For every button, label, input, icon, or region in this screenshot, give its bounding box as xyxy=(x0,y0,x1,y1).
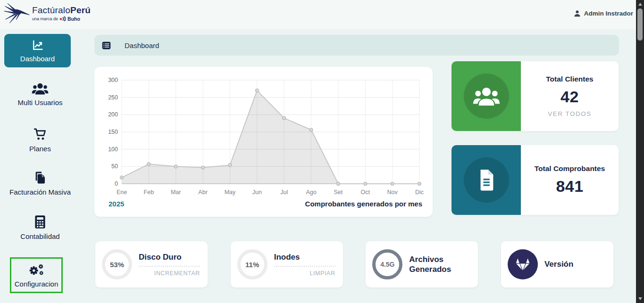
scroll-down-button[interactable] xyxy=(636,295,644,303)
gears-icon xyxy=(28,263,44,277)
scroll-up-button[interactable] xyxy=(636,0,644,8)
svg-text:Oct: Oct xyxy=(361,189,370,196)
user-menu[interactable]: Admin Instrador xyxy=(573,9,633,17)
list-icon xyxy=(101,41,111,50)
brand-tagline: una marca de Buho xyxy=(32,16,91,22)
disco-duro-badge: 53% xyxy=(102,249,132,279)
sidebar-item-label: Dashboard xyxy=(20,55,55,63)
svg-text:Set: Set xyxy=(334,189,343,196)
widget-title: Disco Duro xyxy=(139,252,200,266)
sidebar-item-multi-usuarios[interactable]: Multi Usuarios xyxy=(0,82,80,106)
widgets-row: 53% Disco Duro INCREMENTAR 11% Inodes LI… xyxy=(95,241,613,287)
disco-duro-card: 53% Disco Duro INCREMENTAR xyxy=(95,241,208,287)
sidebar-item-contabilidad[interactable]: Contabilidad xyxy=(0,215,80,240)
document-icon xyxy=(476,168,497,192)
gitlab-fox-icon xyxy=(508,249,538,279)
users-icon xyxy=(32,82,49,95)
archivos-generados-card: 4.5G Archivos Generados xyxy=(366,241,478,287)
svg-text:Feb: Feb xyxy=(144,189,154,196)
chart-card: 050100150200250300EneFebMarAbrMayJunJulA… xyxy=(94,67,433,217)
svg-text:Ene: Ene xyxy=(117,189,127,196)
widget-title: Versión xyxy=(544,259,606,269)
svg-text:Abr: Abr xyxy=(198,189,207,196)
users-icon xyxy=(473,85,500,107)
sidebar-item-facturacion-masiva[interactable]: Facturación Masiva xyxy=(0,171,80,196)
chart-footer: 2025 Comprobantes generados por mes xyxy=(102,200,425,208)
stat-title: Total Clientes xyxy=(546,75,593,83)
sidebar-item-label: Multi Usuarios xyxy=(17,98,62,106)
stat-value: 841 xyxy=(556,177,583,196)
inodes-badge: 11% xyxy=(237,249,268,279)
inodes-card: 11% Inodes LIMPIAR xyxy=(231,241,343,287)
svg-text:Ago: Ago xyxy=(306,189,316,196)
chart-svg: 050100150200250300EneFebMarAbrMayJunJulA… xyxy=(102,73,425,198)
topbar: FactúraloPerú una marca de Buho Ad xyxy=(0,0,636,29)
svg-text:Nov: Nov xyxy=(387,189,398,196)
brand-logo[interactable]: FactúraloPerú una marca de Buho xyxy=(4,1,91,25)
buho-sound-icon xyxy=(59,16,66,21)
sidebar-item-label: Contabilidad xyxy=(20,232,59,240)
sidebar-item-label: Facturación Masiva xyxy=(9,188,71,196)
version-card: Versión xyxy=(501,241,613,287)
svg-text:50: 50 xyxy=(111,163,118,170)
user-icon xyxy=(573,9,581,17)
sidebar-item-label: Configuracion xyxy=(15,280,59,288)
incrementar-link[interactable]: INCREMENTAR xyxy=(139,270,200,277)
chart-year-label: 2025 xyxy=(109,200,124,208)
svg-text:May: May xyxy=(225,189,236,196)
page-header: Dashboard xyxy=(94,35,619,56)
hummingbird-logo-icon xyxy=(4,1,30,25)
svg-text:0: 0 xyxy=(115,180,118,187)
total-comprobantes-accent xyxy=(452,145,521,215)
limpiar-link[interactable]: LIMPIAR xyxy=(274,270,335,277)
sidebar-item-label: Planes xyxy=(29,145,51,153)
stat-title: Total Comprobantes xyxy=(535,164,605,173)
arrow-down-icon xyxy=(638,297,642,300)
copy-pages-icon xyxy=(33,171,47,185)
calculator-icon xyxy=(33,215,47,229)
stat-value: 42 xyxy=(560,88,579,106)
total-clientes-card[interactable]: Total Clientes 42 VER TODOS xyxy=(452,61,619,131)
svg-text:Jul: Jul xyxy=(280,189,288,196)
shopping-cart-icon xyxy=(33,127,47,141)
total-clientes-accent xyxy=(452,61,521,131)
brand-name: FactúraloPerú xyxy=(32,5,91,16)
svg-text:300: 300 xyxy=(108,77,118,83)
chart-line-icon xyxy=(31,39,44,52)
svg-text:250: 250 xyxy=(108,94,118,101)
page-title: Dashboard xyxy=(125,41,159,49)
brand-text: FactúraloPerú una marca de Buho xyxy=(32,5,91,22)
ver-todos-link[interactable]: VER TODOS xyxy=(548,110,592,117)
chart-title: Comprobantes generados por mes xyxy=(305,200,422,208)
svg-text:Mar: Mar xyxy=(171,189,181,196)
archivos-badge: 4.5G xyxy=(372,249,402,279)
widget-title: Inodes xyxy=(274,252,335,266)
sidebar-item-configuracion[interactable]: Configuracion xyxy=(10,257,63,293)
svg-text:100: 100 xyxy=(108,146,118,153)
arrow-up-icon xyxy=(638,3,642,6)
user-name: Admin Instrador xyxy=(584,10,633,17)
widget-title: Archivos Generados xyxy=(409,254,470,275)
sidebar-item-planes[interactable]: Planes xyxy=(0,127,80,153)
total-comprobantes-card[interactable]: Total Comprobantes 841 xyxy=(452,145,619,215)
svg-text:Jun: Jun xyxy=(252,189,262,196)
svg-text:200: 200 xyxy=(108,111,118,118)
svg-text:150: 150 xyxy=(108,129,118,135)
scrollbar-thumb[interactable] xyxy=(637,8,643,41)
svg-text:Dic: Dic xyxy=(415,189,424,196)
vertical-scrollbar[interactable] xyxy=(636,0,644,303)
sidebar-item-dashboard[interactable]: Dashboard xyxy=(4,34,71,67)
